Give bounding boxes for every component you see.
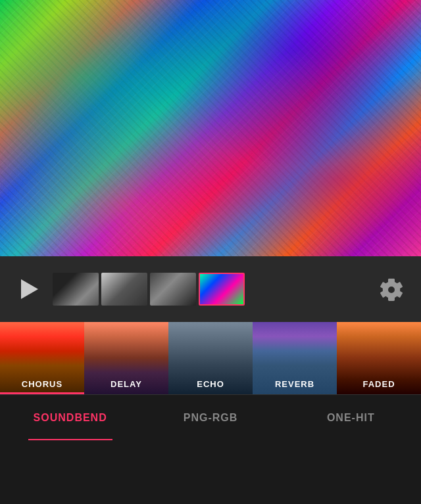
effect-reverb[interactable]: REVERB [253, 322, 337, 394]
thumbnail-3[interactable] [150, 273, 196, 306]
effect-delay[interactable]: DELAY [84, 322, 168, 394]
thumbnail-2[interactable] [101, 273, 147, 306]
gear-icon [380, 277, 403, 301]
thumbnail-strip [53, 273, 368, 306]
hero-image [0, 0, 421, 256]
bottom-tabs: SOUNDBEND PNG-RGB ONE-HIT [0, 394, 421, 440]
effect-chorus[interactable]: CHORUS [0, 322, 84, 394]
play-icon [21, 279, 38, 299]
effects-row: CHORUS DELAY ECHO REVERB FADED [0, 322, 421, 394]
effect-echo-label: ECHO [168, 379, 253, 389]
thumbnail-1[interactable] [53, 273, 99, 306]
tab-soundbend[interactable]: SOUNDBEND [0, 395, 140, 440]
effect-echo[interactable]: ECHO [168, 322, 253, 394]
tab-one-hit[interactable]: ONE-HIT [281, 395, 421, 440]
settings-button[interactable] [375, 273, 408, 306]
effect-faded-label: FADED [337, 379, 421, 389]
effect-chorus-label: CHORUS [0, 379, 84, 389]
effect-reverb-label: REVERB [253, 379, 337, 389]
effect-delay-label: DELAY [84, 379, 168, 389]
play-button[interactable] [13, 273, 46, 306]
thumbnail-4[interactable] [199, 273, 245, 306]
controls-bar [0, 256, 421, 322]
tab-png-rgb[interactable]: PNG-RGB [140, 395, 280, 440]
effect-faded[interactable]: FADED [337, 322, 421, 394]
